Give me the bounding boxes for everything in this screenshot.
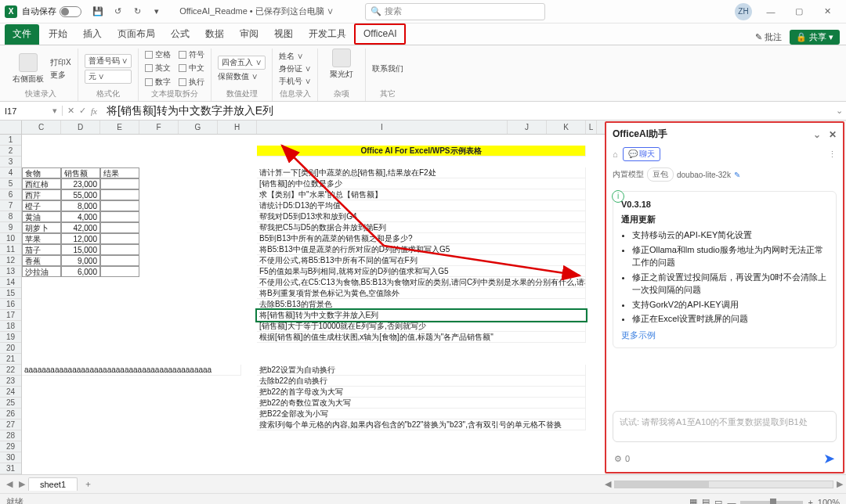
col-header[interactable]: H	[218, 121, 257, 134]
cell[interactable]: [销售额]大于等于10000就在E列写多,否则就写少	[257, 321, 586, 332]
cell[interactable]: 6,000	[61, 266, 100, 277]
formula-expand-icon[interactable]: ⌄	[832, 106, 846, 116]
checkbox-symbol[interactable]: 符号	[179, 49, 204, 61]
tab-officeai[interactable]: OfficeAI	[354, 23, 406, 45]
redo-icon[interactable]: ↻	[129, 4, 145, 20]
cell[interactable]: 苹果	[22, 233, 61, 244]
col-header[interactable]: D	[61, 121, 100, 134]
cell[interactable]: 9,000	[61, 255, 100, 266]
cell[interactable]	[100, 178, 139, 189]
col-header[interactable]: G	[179, 121, 218, 134]
sheet-tab[interactable]: sheet1	[28, 477, 78, 491]
ribbon-item[interactable]: 更多	[50, 70, 71, 81]
checkbox-number[interactable]: 数字	[145, 76, 171, 88]
cell[interactable]	[100, 255, 139, 266]
cell[interactable]: 15,000	[61, 244, 100, 255]
row-header[interactable]: 30	[0, 452, 21, 463]
cell[interactable]	[100, 189, 139, 200]
window-minimize-icon[interactable]: —	[757, 1, 785, 23]
enter-icon[interactable]: ✓	[79, 106, 86, 116]
cell[interactable]: 去除B5:B13的背景色	[257, 299, 586, 310]
cell[interactable]: 沙拉油	[22, 266, 61, 277]
cell[interactable]: 黄油	[22, 211, 61, 222]
row-header[interactable]: 22	[0, 365, 21, 376]
chat-input[interactable]: 试试: 请帮我将A1至A10的不重复数据提取到B1处	[613, 411, 837, 442]
row-header[interactable]: 27	[0, 419, 21, 430]
cell[interactable]: 请统计D5:D13的平均值	[257, 200, 586, 211]
qat-more-icon[interactable]: ▾	[149, 4, 164, 20]
ribbon-item[interactable]: 身份证 ∨	[279, 63, 311, 74]
edit-model-icon[interactable]: ✎	[734, 171, 740, 179]
cell[interactable]: 求【类别】中"水果"的总【销售额】	[257, 189, 586, 200]
cell[interactable]: 搜索I列每个单元格的内容,如果内容包含的"b22"替换为"b23",含有双引号的…	[257, 419, 586, 430]
tab-file[interactable]: 文件	[5, 24, 39, 45]
cell[interactable]: 销售额	[61, 167, 100, 178]
row-header[interactable]: 28	[0, 430, 21, 441]
settings-icon[interactable]: ⚙	[614, 454, 622, 464]
hscroll-left-icon[interactable]: ◀	[605, 479, 611, 489]
col-header[interactable]: C	[22, 121, 61, 134]
row-header[interactable]: 18	[0, 321, 21, 332]
share-button[interactable]: 🔒 共享 ▾	[790, 30, 840, 45]
row-header[interactable]: 10	[0, 233, 21, 244]
cell[interactable]: 把B22全部改为小写	[257, 409, 586, 419]
row-header[interactable]: 7	[0, 200, 21, 211]
cell[interactable]: 请计算一下[类别]中蔬菜的总[销售额],结果放在F2处	[257, 167, 586, 178]
cell[interactable]: 食物	[22, 167, 61, 178]
fx-icon[interactable]: fx	[91, 106, 97, 116]
cell[interactable]: 橙子	[22, 200, 61, 211]
contact-us-link[interactable]: 联系我们	[372, 63, 403, 74]
row-header[interactable]: 24	[0, 387, 21, 398]
row-header[interactable]: 6	[0, 189, 21, 200]
cell[interactable]: 12,000	[61, 233, 100, 244]
tab-view[interactable]: 视图	[266, 24, 301, 45]
more-examples-link[interactable]: 更多示例	[621, 329, 828, 342]
comments-button[interactable]: ✎ 批注	[755, 31, 782, 43]
cell[interactable]: 根据[销售额]的值生成柱状图,x轴为[食物]的值,标题为"各产品销售额"	[257, 332, 586, 343]
row-header[interactable]: 12	[0, 255, 21, 266]
cell[interactable]	[100, 244, 139, 255]
row-header[interactable]: 21	[0, 354, 21, 365]
window-maximize-icon[interactable]: ▢	[785, 1, 813, 23]
name-box[interactable]: I17 ▾	[0, 106, 63, 116]
sheet-nav-next-icon[interactable]: ▶	[19, 479, 25, 489]
cell[interactable]: 将B列重复项背景色标记为黄色,空值除外	[257, 288, 586, 299]
zoom-in-icon[interactable]: +	[808, 498, 812, 505]
row-header[interactable]: 2	[0, 146, 21, 157]
cell[interactable]	[100, 211, 139, 222]
ribbon-dropdown[interactable]: 普通号码 ∨	[85, 54, 132, 68]
autosave-toggle[interactable]	[60, 6, 81, 17]
cell[interactable]: 香蕉	[22, 255, 61, 266]
cell[interactable]: 帮我对D5到D13求和放到G4	[257, 211, 586, 222]
cell[interactable]	[100, 222, 139, 233]
row-header[interactable]: 19	[0, 332, 21, 343]
cell[interactable]: 42,000	[61, 222, 100, 233]
cell[interactable]	[100, 233, 139, 244]
tab-devtools[interactable]: 开发工具	[301, 24, 354, 45]
save-icon[interactable]: 💾	[90, 4, 106, 20]
tab-insert[interactable]: 插入	[75, 24, 110, 45]
ribbon-item[interactable]: 手机号 ∨	[279, 76, 311, 87]
row-header[interactable]: 13	[0, 266, 21, 277]
row-header[interactable]: 14	[0, 277, 21, 288]
cell[interactable]: 不使用公式,在C5:C13为食物,B5:B13为食物对应的类别,请问C列中类别是…	[257, 277, 586, 288]
row-header[interactable]: 11	[0, 244, 21, 255]
cell[interactable]: 23,000	[61, 178, 100, 189]
ribbon-dropdown[interactable]: 四舍五入 ∨	[218, 56, 266, 70]
cell[interactable]: 西芹	[22, 189, 61, 200]
home-icon[interactable]: ⌂	[613, 149, 618, 159]
checkbox-english[interactable]: 英文	[145, 63, 171, 75]
tab-formulas[interactable]: 公式	[163, 24, 197, 45]
cell[interactable]: 不使用公式,将B5:B13中所有不同的值写在F列	[257, 255, 586, 266]
zoom-slider[interactable]	[740, 501, 803, 504]
cell[interactable]: 8,000	[61, 200, 100, 211]
row-header[interactable]: 1	[0, 135, 21, 146]
ribbon-dropdown[interactable]: 元 ∨	[85, 70, 132, 84]
row-header[interactable]: 17	[0, 310, 21, 321]
tab-home[interactable]: 开始	[41, 24, 75, 45]
cell[interactable]: 把b22的首字母改为大写	[257, 387, 586, 398]
panel-menu-icon[interactable]: ⋮	[828, 149, 837, 160]
model-package[interactable]: 豆包	[647, 167, 674, 182]
col-header[interactable]: I	[257, 121, 508, 134]
cell[interactable]: F5的值如果与B列相同,就将对应的D列的值求和写入G5	[257, 266, 586, 277]
